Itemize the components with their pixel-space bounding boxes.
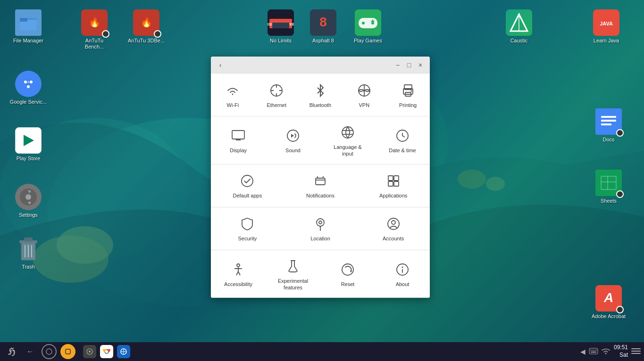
desktop-icon-file-manager[interactable]: File Manager: [9, 9, 47, 44]
taskbar-browser-icon[interactable]: [117, 345, 130, 358]
icon-label-antutu-3dbe: AnTuTu 3DBe...: [128, 38, 165, 44]
settings-item-ethernet[interactable]: Ethernet: [255, 74, 299, 116]
person-icon: [386, 216, 401, 231]
icon-label-asphalt-8: Asphalt 8: [312, 38, 334, 44]
svg-point-103: [46, 349, 52, 354]
svg-rect-24: [359, 18, 377, 28]
desktop-icon-caustic[interactable]: Caustic: [500, 9, 538, 44]
settings-window: ‹ − □ × Wi-Fi: [211, 57, 430, 298]
settings-item-notifications[interactable]: Notifications: [284, 164, 357, 207]
wifi-status-icon[interactable]: [602, 348, 610, 356]
svg-point-102: [402, 266, 403, 268]
settings-item-security[interactable]: Security: [211, 207, 284, 250]
desktop-icon-no-limits[interactable]: NEED FOR SPEED No Limits: [262, 9, 300, 44]
svg-point-16: [156, 32, 159, 36]
taskbar-settings-icon[interactable]: [83, 345, 96, 358]
settings-item-datetime[interactable]: Date & time: [375, 116, 430, 164]
settings-content: Wi-Fi Ethernet: [211, 74, 430, 298]
location-icon: [313, 216, 328, 231]
settings-item-vpn[interactable]: VPN: [342, 74, 386, 116]
location-label: Location: [310, 235, 330, 242]
svg-rect-90: [388, 181, 393, 186]
taskbar-chrome-icon[interactable]: [100, 345, 113, 358]
back-nav-button[interactable]: ←: [23, 344, 38, 359]
maximize-button[interactable]: □: [403, 59, 415, 71]
icon-label-settings: Settings: [19, 212, 38, 218]
default-apps-label: Default apps: [233, 192, 262, 199]
svg-rect-53: [598, 170, 619, 196]
svg-point-106: [89, 351, 91, 353]
settings-row-device: Display Sound: [211, 116, 430, 164]
settings-item-accounts[interactable]: Accounts: [357, 207, 430, 250]
desktop-icon-settings[interactable]: Settings: [9, 184, 47, 218]
bluetooth-icon: [313, 83, 328, 98]
svg-rect-49: [601, 116, 616, 118]
icon-label-antutu-bench: AnTuTu Bench...: [75, 38, 113, 50]
settings-item-reset[interactable]: Reset: [320, 250, 375, 298]
desktop-icon-antutu-bench[interactable]: 🔥 AnTuTu Bench...: [75, 9, 113, 50]
settings-row-security: Security Location: [211, 207, 430, 250]
desktop-icon-trash[interactable]: Trash: [9, 236, 47, 270]
svg-point-95: [392, 221, 395, 224]
svg-point-25: [362, 22, 365, 25]
close-button[interactable]: ×: [415, 59, 426, 71]
menu-icon[interactable]: [632, 348, 640, 356]
info-icon: [395, 262, 410, 277]
settings-item-default-apps[interactable]: Default apps: [211, 164, 284, 207]
display-icon: [231, 128, 246, 143]
ethernet-icon: [269, 83, 284, 98]
desktop-icon-antutu-3dbe[interactable]: 🔥 AnTuTu 3DBe...: [127, 9, 165, 44]
taskbar: ℌ ←: [0, 342, 644, 361]
icon-label-adobe-acrobat: Adobe Acrobat: [592, 313, 626, 320]
svg-rect-51: [601, 123, 611, 125]
taskbar-right: ◀ 09:51 Sat: [580, 344, 640, 359]
volume-icon[interactable]: ◀: [580, 348, 585, 355]
flask-icon: [285, 259, 301, 274]
accessibility-label: Accessibility: [224, 281, 252, 287]
svg-point-33: [19, 74, 38, 93]
reset-icon: [340, 262, 355, 277]
keyboard-icon[interactable]: [589, 348, 598, 355]
home-button[interactable]: [42, 344, 57, 359]
svg-point-34: [24, 81, 27, 83]
svg-point-94: [388, 218, 399, 230]
settings-item-wifi[interactable]: Wi-Fi: [211, 74, 255, 116]
svg-point-77: [342, 127, 353, 138]
logo-button[interactable]: ℌ: [4, 344, 19, 359]
svg-point-71: [410, 90, 412, 91]
settings-item-sound[interactable]: Sound: [266, 116, 320, 164]
settings-item-printing[interactable]: Printing: [386, 74, 430, 116]
desktop-icon-docs[interactable]: Docs: [590, 108, 627, 143]
svg-point-92: [317, 219, 324, 226]
clock-icon: [395, 128, 410, 143]
desktop-icon-learn-java[interactable]: JAVA Learn Java: [587, 9, 625, 44]
settings-item-bluetooth[interactable]: Bluetooth: [299, 74, 343, 116]
desktop-icon-google-services[interactable]: Google Servic...: [9, 71, 47, 105]
accessibility-icon: [231, 262, 246, 277]
icon-label-sheets: Sheets: [601, 198, 617, 204]
desktop-icon-asphalt-8[interactable]: 8 Asphalt 8: [304, 9, 342, 44]
icon-label-trash: Trash: [22, 264, 35, 270]
printing-label: Printing: [399, 102, 417, 108]
security-label: Security: [238, 235, 257, 242]
settings-item-location[interactable]: Location: [284, 207, 357, 250]
settings-item-language[interactable]: Language & input: [320, 116, 375, 164]
icon-label-play-store: Play Store: [17, 156, 41, 162]
desktop-icon-play-games[interactable]: Play Games: [349, 9, 387, 44]
svg-line-82: [402, 136, 405, 137]
vpn-label: VPN: [359, 102, 369, 108]
settings-item-accessibility[interactable]: Accessibility: [211, 250, 266, 298]
settings-item-experimental[interactable]: Experimental features: [266, 250, 320, 298]
desktop-icon-play-store[interactable]: Play Store: [9, 127, 47, 162]
desktop-icon-sheets[interactable]: Sheets: [590, 170, 627, 204]
svg-point-109: [105, 350, 108, 353]
settings-item-applications[interactable]: Applications: [357, 164, 430, 207]
minimize-button[interactable]: −: [392, 59, 403, 71]
recents-button[interactable]: [60, 344, 75, 359]
desktop-icon-adobe-acrobat[interactable]: A Adobe Acrobat: [590, 285, 627, 320]
icon-label-docs: Docs: [602, 137, 614, 143]
back-button[interactable]: ‹: [215, 59, 226, 71]
settings-item-display[interactable]: Display: [211, 116, 266, 164]
svg-rect-50: [601, 120, 616, 122]
settings-item-about[interactable]: About: [375, 250, 430, 298]
